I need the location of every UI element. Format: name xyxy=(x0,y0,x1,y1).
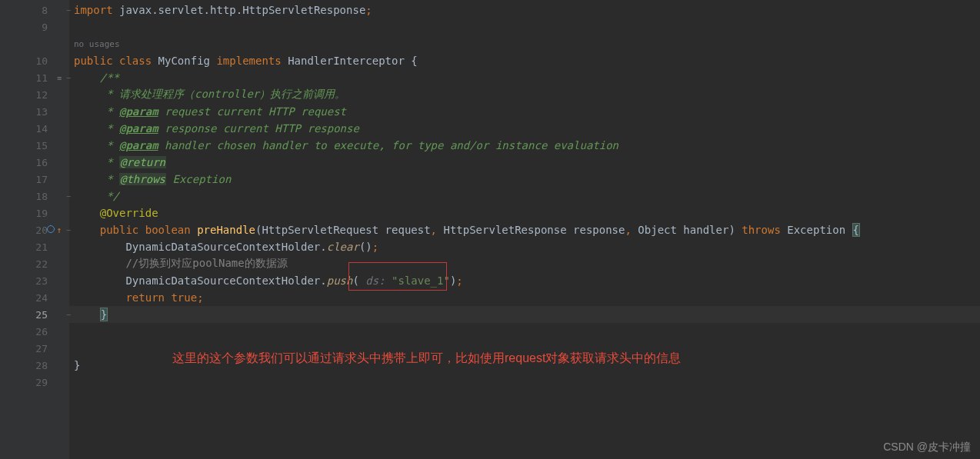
code-line-11[interactable]: − /** xyxy=(69,69,980,86)
code-token: "slave_1" xyxy=(392,274,450,287)
code-token: ) xyxy=(450,274,456,287)
gutter-line-2[interactable] xyxy=(0,35,69,52)
code-content-area[interactable]: −import javax.servlet.http.HttpServletRe… xyxy=(69,0,980,459)
code-token: @throws xyxy=(119,173,166,185)
code-editor[interactable]: 891011≡121314151617181920↑21222324252627… xyxy=(0,0,980,459)
code-token: ( xyxy=(352,274,365,287)
code-token: import xyxy=(74,4,119,16)
code-token xyxy=(74,291,125,304)
code-line-29[interactable] xyxy=(69,374,980,391)
code-token: ; xyxy=(197,291,203,304)
code-token xyxy=(74,224,100,236)
code-token: ; xyxy=(456,274,462,287)
code-line-8[interactable]: −import javax.servlet.http.HttpServletRe… xyxy=(69,2,980,18)
code-token: @Override xyxy=(100,207,158,219)
code-token: (HttpServletRequest xyxy=(255,224,385,236)
gutter-line-19[interactable]: 19 xyxy=(0,205,69,221)
gutter-line-29[interactable]: 29 xyxy=(0,374,69,391)
code-token: { xyxy=(411,55,417,67)
gutter-line-8[interactable]: 8 xyxy=(0,2,69,18)
code-token: clear xyxy=(327,241,359,253)
gutter-line-27[interactable]: 27 xyxy=(0,340,69,357)
code-line-16[interactable]: * @return xyxy=(69,154,980,171)
code-token: response xyxy=(573,224,625,236)
gutter-line-17[interactable]: 17 xyxy=(0,171,69,188)
code-line-20[interactable]: − public boolean preHandle(HttpServletRe… xyxy=(69,221,980,238)
code-line-23[interactable]: DynamicDataSourceContextHolder.push( ds:… xyxy=(69,272,980,289)
code-line-15[interactable]: * @param handler chosen handler to execu… xyxy=(69,137,980,154)
annotation-text: 这里的这个参数我们可以通过请求头中携带上即可，比如使用request对象获取请求… xyxy=(172,351,681,367)
code-line-14[interactable]: * @param response current HTTP response xyxy=(69,120,980,137)
code-line-13[interactable]: * @param request current HTTP request xyxy=(69,103,980,120)
gutter-line-22[interactable]: 22 xyxy=(0,255,69,272)
code-token: preHandle xyxy=(197,224,255,236)
code-token: @param xyxy=(119,139,158,151)
code-token: //切换到对应poolName的数据源 xyxy=(74,257,288,271)
code-line-17[interactable]: * @throws Exception xyxy=(69,171,980,188)
code-token: , xyxy=(625,224,638,236)
gutter-line-15[interactable]: 15 xyxy=(0,137,69,154)
gutter-line-23[interactable]: 23 xyxy=(0,272,69,289)
gutter-line-12[interactable]: 12 xyxy=(0,86,69,103)
gutter-line-21[interactable]: 21 xyxy=(0,238,69,255)
code-token: @param xyxy=(119,122,158,135)
code-token: javax.servlet.http.HttpServletResponse xyxy=(119,4,365,16)
gutter-line-14[interactable]: 14 xyxy=(0,120,69,137)
gutter-line-13[interactable]: 13 xyxy=(0,103,69,120)
code-token: @return xyxy=(119,156,166,168)
gutter-line-11[interactable]: 11≡ xyxy=(0,69,69,86)
code-line-2[interactable]: no usages xyxy=(69,35,980,52)
code-line-24[interactable]: return true; xyxy=(69,289,980,306)
code-line-21[interactable]: DynamicDataSourceContextHolder.clear(); xyxy=(69,238,980,255)
code-token: public boolean xyxy=(100,224,197,236)
code-token: /** xyxy=(74,72,119,84)
code-token: * 请求处理程序（controller）执行之前调用。 xyxy=(74,88,345,101)
code-line-25[interactable]: − } xyxy=(69,306,980,323)
code-token: return true xyxy=(125,291,197,304)
code-token: * xyxy=(74,122,119,135)
override-icon[interactable]: ↑ xyxy=(47,225,62,235)
code-token: throws xyxy=(742,224,787,236)
code-token: } xyxy=(100,308,108,321)
code-token: handler chosen handler to execute, for t… xyxy=(158,139,618,151)
code-line-19[interactable]: @Override xyxy=(69,205,980,221)
code-token: @param xyxy=(119,105,158,118)
fold-icon[interactable]: − xyxy=(66,192,74,201)
code-line-9[interactable] xyxy=(69,18,980,35)
code-token: * xyxy=(74,173,119,185)
code-token: { xyxy=(852,223,860,237)
gutter-line-16[interactable]: 16 xyxy=(0,154,69,171)
code-token: Object xyxy=(638,224,683,236)
code-line-26[interactable] xyxy=(69,323,980,340)
fold-icon[interactable]: − xyxy=(66,6,74,15)
code-token: MyConfig xyxy=(158,55,217,67)
line-gutter[interactable]: 891011≡121314151617181920↑21222324252627… xyxy=(0,0,69,459)
code-token: DynamicDataSourceContextHolder. xyxy=(74,274,327,287)
gutter-line-9[interactable]: 9 xyxy=(0,18,69,35)
code-token: request xyxy=(385,224,431,236)
code-token: } xyxy=(74,359,80,371)
gutter-line-20[interactable]: 20↑ xyxy=(0,221,69,238)
gutter-line-25[interactable]: 25 xyxy=(0,306,69,323)
csdn-watermark: CSDN @皮卡冲撞 xyxy=(883,441,971,454)
code-line-18[interactable]: − */ xyxy=(69,188,980,205)
code-line-10[interactable]: public class MyConfig implements Handler… xyxy=(69,52,980,69)
structure-icon[interactable]: ≡ xyxy=(52,74,66,82)
code-token: HandlerInterceptor xyxy=(288,55,411,67)
fold-icon[interactable]: − xyxy=(66,226,74,234)
fold-icon[interactable]: − xyxy=(66,74,74,82)
gutter-line-10[interactable]: 10 xyxy=(0,52,69,69)
fold-icon[interactable]: − xyxy=(66,311,74,319)
code-line-12[interactable]: * 请求处理程序（controller）执行之前调用。 xyxy=(69,86,980,103)
gutter-line-24[interactable]: 24 xyxy=(0,289,69,306)
code-token: ; xyxy=(372,241,378,253)
code-token: ; xyxy=(365,4,372,16)
gutter-line-28[interactable]: 28 xyxy=(0,357,69,374)
gutter-line-26[interactable]: 26 xyxy=(0,323,69,340)
code-line-22[interactable]: //切换到对应poolName的数据源 xyxy=(69,255,980,272)
code-token: Exception xyxy=(166,173,231,185)
usage-hint[interactable]: no usages xyxy=(74,39,120,49)
code-token: DynamicDataSourceContextHolder. xyxy=(74,241,327,253)
code-token: handler xyxy=(683,224,728,236)
gutter-line-18[interactable]: 18 xyxy=(0,188,69,205)
